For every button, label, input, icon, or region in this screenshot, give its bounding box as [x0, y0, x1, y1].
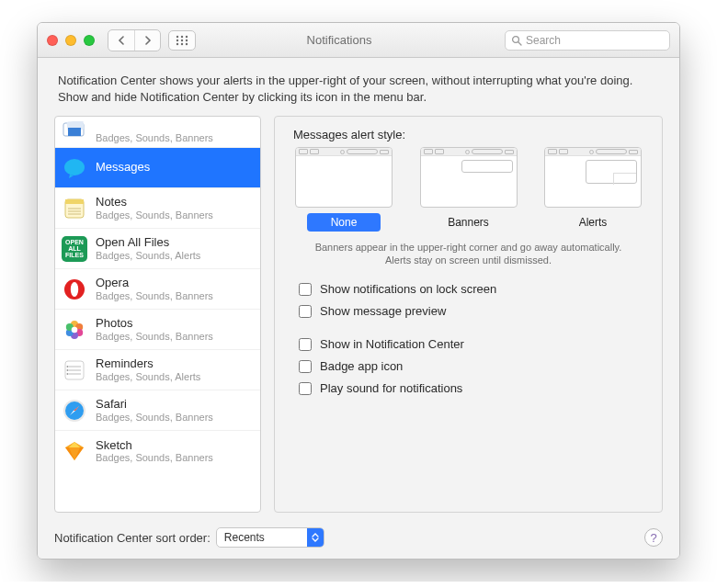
svg-line-10: [518, 42, 521, 45]
alert-style-label: Messages alert style:: [293, 128, 645, 141]
style-banners-label: Banners: [432, 213, 506, 232]
app-row-name: Opera: [96, 277, 213, 289]
preferences-window: Notifications Search Notification Center…: [37, 22, 680, 560]
svg-point-35: [67, 373, 69, 375]
app-row-name: Notes: [96, 196, 213, 209]
app-row-sub: Badges, Sounds, Banners: [96, 290, 213, 301]
svg-point-7: [181, 42, 183, 44]
app-row-safari[interactable]: SafariBadges, Sounds, Banners: [55, 390, 260, 431]
window-controls: [47, 35, 95, 46]
openall-icon: OPENALLFILES: [61, 235, 88, 263]
svg-point-1: [181, 35, 183, 37]
style-alerts[interactable]: Alerts: [544, 147, 642, 232]
style-alerts-label: Alerts: [556, 213, 630, 232]
notes-icon: [61, 195, 88, 222]
style-none-label: None: [307, 213, 381, 232]
svg-point-21: [71, 282, 78, 297]
app-row-messages[interactable]: Messages: [55, 148, 260, 188]
sketch-icon: [61, 437, 88, 465]
style-none-preview: [295, 147, 393, 208]
detail-panel: Messages alert style: None Banners: [274, 116, 663, 513]
chevron-right-icon: [144, 36, 152, 45]
svg-rect-13: [68, 128, 81, 136]
check-lock-screen-box[interactable]: [299, 283, 312, 296]
intro-text: Notification Center shows your alerts in…: [58, 73, 659, 105]
check-badge[interactable]: Badge app icon: [295, 357, 645, 376]
svg-point-28: [72, 326, 78, 333]
check-notification-center[interactable]: Show in Notification Center: [295, 335, 645, 354]
svg-point-33: [67, 366, 69, 368]
check-lock-screen[interactable]: Show notifications on lock screen: [295, 280, 645, 299]
app-row-opera[interactable]: OperaBadges, Sounds, Banners: [55, 269, 260, 310]
minimize-window-button[interactable]: [65, 35, 76, 46]
select-arrows-icon: [307, 528, 324, 547]
app-row-name: Open All Files: [96, 236, 200, 249]
chevron-left-icon: [118, 36, 125, 45]
safari-icon: [61, 397, 88, 424]
app-row-sketch[interactable]: SketchBadges, Sounds, Banners: [55, 431, 260, 471]
messages-icon: [61, 154, 88, 182]
sort-order-select[interactable]: Recents: [216, 527, 324, 548]
app-row-sub: Badges, Sounds, Banners: [96, 331, 213, 342]
style-banners[interactable]: Banners: [420, 147, 518, 232]
check-preview[interactable]: Show message preview: [295, 302, 645, 321]
reminders-icon: [61, 356, 88, 384]
app-row-sub: Badges, Sounds, Alerts: [96, 250, 200, 261]
app-row-sub: Badges, Sounds, Banners: [96, 209, 213, 220]
app-list[interactable]: Badges, Sounds, BannersMessagesNotesBadg…: [54, 116, 261, 513]
app-row-openall[interactable]: OPENALLFILESOpen All FilesBadges, Sounds…: [55, 229, 260, 269]
svg-point-34: [67, 369, 69, 371]
back-button[interactable]: [108, 30, 134, 51]
app-row-sub: Badges, Sounds, Banners: [96, 452, 213, 463]
app-row-photos[interactable]: PhotosBadges, Sounds, Banners: [55, 310, 260, 350]
search-icon: [511, 35, 522, 46]
help-button[interactable]: ?: [644, 528, 663, 547]
svg-point-0: [176, 35, 178, 37]
app-row-sub: Badges, Sounds, Banners: [96, 412, 213, 423]
check-preview-box[interactable]: [299, 305, 312, 318]
app-row-notes[interactable]: NotesBadges, Sounds, Banners: [55, 188, 260, 229]
app-row-reminders[interactable]: RemindersBadges, Sounds, Alerts: [55, 350, 260, 390]
svg-point-3: [176, 39, 178, 40]
panels: Badges, Sounds, BannersMessagesNotesBadg…: [54, 116, 663, 513]
style-banners-preview: [420, 147, 518, 208]
svg-point-9: [513, 36, 519, 42]
sort-order-label: Notification Center sort order:: [54, 531, 211, 545]
window-title: Notifications: [185, 33, 494, 47]
search-field[interactable]: Search: [505, 30, 670, 51]
style-hint: Banners appear in the upper-right corner…: [308, 241, 629, 267]
svg-point-6: [176, 42, 178, 44]
app-row-name: Messages: [96, 161, 150, 174]
app-row-name: Sketch: [96, 439, 213, 452]
options: Show notifications on lock screen Show m…: [295, 280, 645, 398]
zoom-window-button[interactable]: [84, 35, 95, 46]
app-row-name: Reminders: [96, 357, 200, 370]
forward-button[interactable]: [134, 30, 160, 51]
style-none[interactable]: None: [295, 147, 393, 232]
photos-icon: [61, 316, 88, 344]
alert-style-options: None Banners Alerts: [291, 147, 645, 232]
check-sound-box[interactable]: [299, 382, 312, 395]
check-sound[interactable]: Play sound for notifications: [295, 379, 645, 398]
titlebar: Notifications Search: [38, 23, 679, 58]
app-row-sub: Badges, Sounds, Banners: [96, 132, 213, 143]
check-nc-box[interactable]: [299, 338, 312, 351]
close-window-button[interactable]: [47, 35, 58, 46]
app-row-sub: Badges, Sounds, Alerts: [96, 371, 200, 382]
mail-icon: [61, 121, 88, 143]
opera-icon: [61, 276, 88, 303]
nav-segment: [108, 29, 161, 51]
footer: Notification Center sort order: Recents …: [54, 527, 663, 548]
sort-order-value: Recents: [217, 528, 307, 547]
check-badge-box[interactable]: [299, 360, 312, 373]
style-alerts-preview: [544, 147, 642, 208]
svg-rect-16: [65, 199, 84, 204]
app-row-name: Safari: [96, 398, 213, 411]
svg-point-4: [181, 39, 183, 40]
content-area: Notification Center shows your alerts in…: [38, 58, 679, 559]
svg-point-14: [64, 159, 85, 175]
app-row-mail[interactable]: Badges, Sounds, Banners: [55, 117, 260, 148]
app-row-name: Photos: [96, 317, 213, 330]
svg-marker-42: [65, 447, 84, 460]
search-placeholder: Search: [526, 34, 561, 47]
